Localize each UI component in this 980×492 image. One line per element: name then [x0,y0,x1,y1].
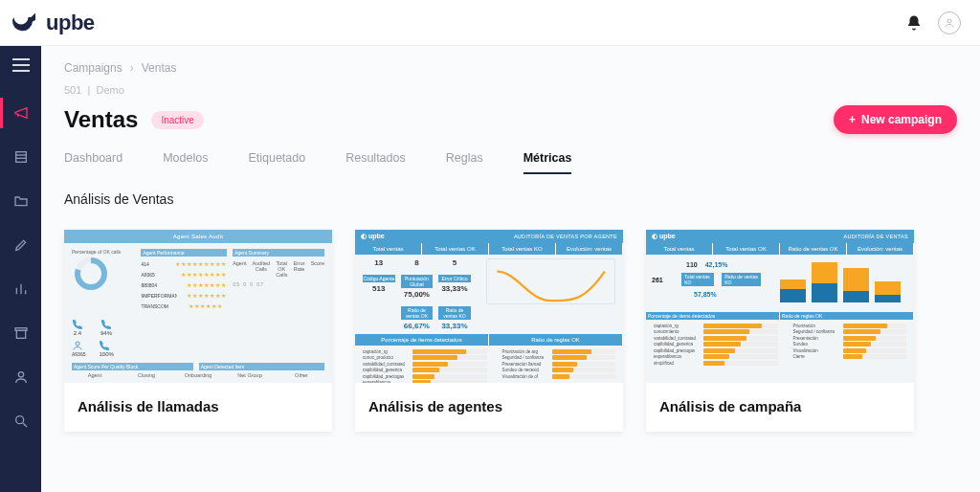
breadcrumb: Campaigns › Ventas [64,61,957,75]
sidebar-item-search[interactable] [0,406,41,436]
phone-icon [100,319,112,330]
t2-rvko-c: Ratio de ventas KO [438,306,471,320]
sidebar-item-folder[interactable] [0,186,41,216]
tab-dashboard[interactable]: Dashboard [64,151,122,174]
t3-v3: 57,85% [694,291,717,298]
sidebar-item-archive[interactable] [0,318,41,348]
tab-modelos[interactable]: Modelos [163,151,208,174]
tab-reglas[interactable]: Reglas [446,151,483,174]
card-title-1: Análisis de llamadas [64,383,332,432]
t1-kpi3: 100% [99,351,113,357]
card-thumb-3: ◐ upbe AUDITORÍA DE VENTAS Total ventasT… [646,230,914,383]
thumb1-header: Agent Sales Audit [64,230,332,243]
sidebar [0,46,41,492]
phone-icon [72,319,83,330]
new-campaign-button[interactable]: + New campaign [834,105,957,134]
t3-capb: Ratio de ventas KO [722,273,761,286]
card-thumb-2: ◐ upbe AUDITORÍA DE VENTAS POR AGENTE To… [355,230,623,383]
card-analisis-agentes[interactable]: ◐ upbe AUDITORÍA DE VENTAS POR AGENTE To… [355,230,623,432]
sidebar-item-stats[interactable] [0,274,41,304]
t2-m2: 8 [401,258,434,267]
card-thumb-1: Agent Sales Audit Percentage of OK calls… [64,230,332,383]
sidebar-item-edit[interactable] [0,230,41,260]
svg-rect-4 [15,152,26,163]
sidebar-toggle[interactable] [0,46,41,84]
t3-k1: 261 [652,277,674,283]
thumb3-brand: ◐ upbe AUDITORÍA DE VENTAS [646,230,914,243]
thumb1-left-caption: Percentage of OK calls [72,249,135,255]
stacked-bar-chart-icon [772,258,908,308]
chevron-right-icon: › [130,61,134,75]
line-chart-icon [486,258,615,304]
t1-bl: Agent Score Per Quality Block [72,363,193,370]
card-analisis-llamadas[interactable]: Agent Sales Audit Percentage of OK calls… [64,230,332,432]
t3-v1: 110 [686,261,698,268]
user-avatar[interactable] [938,11,961,34]
card-analisis-campana[interactable]: ◐ upbe AUDITORÍA DE VENTAS Total ventasT… [646,230,914,432]
svg-point-17 [76,342,79,346]
t2-m3: 5 [438,258,471,267]
t2-rvko: 33,33% [438,322,471,330]
thumb2-brand: ◐ upbe AUDITORÍA DE VENTAS POR AGENTE [355,230,623,243]
topbar-actions [905,11,961,34]
svg-point-0 [947,19,951,23]
t2-ec: 33,33% [438,284,471,293]
sidebar-item-list[interactable] [0,142,41,172]
brand[interactable]: upbe [10,11,95,35]
user-icon [72,340,83,351]
tab-etiquetado[interactable]: Etiquetado [248,151,305,174]
breadcrumb-root[interactable]: Campaigns [64,61,122,75]
t1-kpi2: A9365 [72,351,85,357]
meta-env: Demo [96,84,123,96]
t1-kpi1: 94% [100,330,112,336]
page-title: Ventas [64,106,138,133]
svg-rect-11 [16,330,25,338]
t1-kpi0: 2.4 [72,330,83,336]
new-campaign-label: New campaign [861,113,942,126]
meta-id: 501 [64,84,81,96]
topbar: upbe [0,0,980,46]
cards-row: Agent Sales Audit Percentage of OK calls… [64,230,957,432]
t2-pg: 75,00% [401,290,434,299]
t2-ca: 513 [363,284,395,293]
t2-rvok: 66,67% [401,322,434,330]
section-title: Análisis de Ventas [64,191,957,207]
t2-ec-c: Error Crítico [438,275,471,282]
svg-point-13 [15,416,23,424]
svg-line-14 [23,423,27,427]
t3-capa: Total ventas KO [681,273,714,286]
brand-logo-icon [10,11,38,34]
sidebar-item-users[interactable] [0,362,41,392]
breadcrumb-current: Ventas [142,61,177,75]
tab-resultados[interactable]: Resultados [345,151,406,174]
t2-rvok-c: Ratio de ventas OK [401,306,434,320]
card-title-2: Análisis de agentes [355,383,623,432]
thumb1-sum-cap: Agent Summary [233,249,324,257]
tabs: Dashboard Modelos Etiquetado Resultados … [64,151,957,174]
card-title-3: Análisis de campaña [646,383,914,432]
thumb1-perf-cap: Agent Performance [141,249,227,257]
t2-m1: 13 [363,258,395,267]
main-content: Campaigns › Ventas 501 | Demo Ventas Ina… [41,46,980,492]
svg-point-12 [18,372,23,377]
t2-ca-c: Código Agente [363,275,395,282]
brand-name: upbe [46,11,95,35]
t2-pg-c: Puntuación Global [401,275,434,288]
notifications-icon[interactable] [905,14,923,32]
tab-metricas[interactable]: Métricas [523,151,572,174]
t3-v2: 42,15% [705,261,728,268]
t1-br: Agent Detected Item [199,363,324,370]
meta-line: 501 | Demo [64,84,957,96]
status-badge: Inactive [151,111,203,129]
sidebar-item-campaigns[interactable] [0,98,41,128]
plus-icon: + [849,113,856,126]
donut-icon [72,255,110,293]
phone-icon [99,340,110,351]
